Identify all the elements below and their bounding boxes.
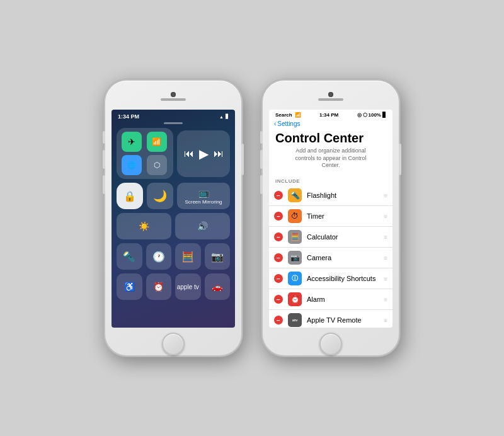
cellular-btn[interactable]: 📶: [147, 132, 167, 152]
remove-flashlight-btn[interactable]: −: [274, 191, 283, 200]
play-pause-btn[interactable]: ▶: [199, 146, 209, 161]
drag-handle-calculator[interactable]: ≡: [384, 234, 387, 241]
cc-row-bottom: ♿ ⏰ apple tv 🚗: [117, 273, 230, 300]
drag-handle-apple-tv[interactable]: ≡: [384, 317, 387, 324]
prev-track-btn[interactable]: ⏮: [184, 148, 194, 159]
timer-label: Timer: [307, 212, 379, 220]
calculator-icon: 🧮: [181, 251, 194, 263]
cc-volume-slider[interactable]: 🔊: [175, 213, 230, 239]
wifi-btn[interactable]: 🌐: [122, 155, 142, 175]
left-phone-screen: 1:34 PM ▲ ▊ ✈: [112, 110, 235, 328]
right-front-camera: [328, 92, 333, 97]
drag-handle-alarm[interactable]: ≡: [384, 296, 387, 303]
back-label: Settings: [277, 120, 300, 127]
cc-camera-btn[interactable]: 📷: [205, 243, 231, 270]
right-power-button[interactable]: [399, 144, 401, 175]
cc-apple-tv-btn[interactable]: apple tv: [175, 273, 201, 300]
right-earpiece-speaker: [318, 98, 343, 101]
remove-apple-tv-btn[interactable]: −: [274, 316, 283, 324]
right-phone: Search 📶 1:34 PM ◎ ⬡ 100% ▊ ‹ Set: [261, 79, 400, 357]
front-camera: [171, 92, 176, 97]
drag-handle-accessibility[interactable]: ≡: [384, 275, 387, 282]
lock-rotation-icon: 🔒: [123, 190, 136, 202]
alarm-icon: ⏰: [153, 282, 164, 292]
cc-alarm-btn[interactable]: ⏰: [146, 273, 172, 300]
control-center-screen: 1:34 PM ▲ ▊ ✈: [112, 110, 235, 328]
cc-time: 1:34 PM: [118, 113, 139, 120]
section-header-include: INCLUDE: [269, 176, 392, 185]
apple-tv-label: Apple TV Remote: [307, 316, 379, 324]
next-track-btn[interactable]: ⏭: [214, 148, 224, 159]
power-button[interactable]: [241, 144, 244, 175]
remove-accessibility-btn[interactable]: −: [274, 274, 283, 283]
settings-screen: Search 📶 1:34 PM ◎ ⬡ 100% ▊ ‹ Set: [269, 110, 392, 328]
status-battery-label: 100%: [369, 112, 381, 118]
wifi-icon: 🌐: [127, 161, 136, 169]
list-item: − ⓘ Accessibility Shortcuts ≡: [269, 268, 392, 289]
remove-calculator-btn[interactable]: −: [274, 232, 283, 241]
list-item: − 🧮 Calculator ≡: [269, 227, 392, 248]
cc-flashlight-btn[interactable]: 🔦: [117, 243, 142, 270]
volume-down-button[interactable]: [103, 175, 105, 194]
cc-row-2: 🔒 🌙 📺 Screen Mirroring: [117, 183, 230, 209]
left-home-button[interactable]: [162, 333, 185, 355]
right-mute-button[interactable]: [260, 131, 263, 144]
status-left: Search 📶: [275, 112, 301, 118]
cc-calculator-btn[interactable]: 🧮: [175, 243, 201, 270]
accessibility-icon: ♿: [124, 282, 135, 292]
search-label: Search: [275, 112, 292, 118]
cc-timer-btn[interactable]: 🕐: [146, 243, 172, 270]
cc-screen-mirror-btn[interactable]: 📺 Screen Mirroring: [177, 183, 230, 209]
page-title: Control Center: [275, 131, 386, 145]
cc-row-3: ☀️ 🔊: [117, 213, 230, 239]
cc-screen-lock-btn[interactable]: 🔒: [117, 183, 143, 209]
screen-mirror-icon: 📺: [198, 188, 209, 198]
status-wifi-icon: 📶: [295, 112, 301, 118]
cc-do-not-disturb-btn[interactable]: 🌙: [147, 183, 173, 209]
list-item: − 📷 Camera ≡: [269, 248, 392, 268]
settings-status-bar: Search 📶 1:34 PM ◎ ⬡ 100% ▊: [269, 110, 392, 119]
right-volume-down-button[interactable]: [260, 175, 263, 194]
list-item: − atv Apple TV Remote ≡: [269, 310, 392, 328]
alarm-label: Alarm: [307, 295, 379, 303]
status-bluetooth-icon: ⬡: [363, 112, 367, 118]
airplane-mode-btn[interactable]: ✈: [122, 132, 142, 152]
camera-icon: 📷: [288, 251, 302, 265]
car-icon: 🚗: [212, 282, 222, 292]
battery-icon: ▊: [226, 114, 229, 119]
settings-items-list: − 🔦 Flashlight ≡ − ⏱ Timer ≡ − 🧮 C: [269, 185, 392, 328]
brightness-icon: ☀️: [139, 221, 149, 231]
phones-container: 1:34 PM ▲ ▊ ✈: [104, 79, 400, 357]
right-volume-up-button[interactable]: [260, 150, 263, 169]
back-button[interactable]: ‹ Settings: [274, 120, 387, 127]
mute-button[interactable]: [103, 131, 105, 144]
accessibility-icon: ⓘ: [288, 272, 302, 285]
flashlight-label: Flashlight: [307, 192, 379, 199]
cc-drag-handle: [164, 122, 183, 124]
cc-driving-btn[interactable]: 🚗: [205, 273, 231, 300]
remove-alarm-btn[interactable]: −: [274, 295, 283, 304]
cc-brightness-slider[interactable]: ☀️: [117, 213, 171, 239]
drag-handle-camera[interactable]: ≡: [384, 255, 387, 261]
remove-timer-btn[interactable]: −: [274, 212, 283, 221]
apple-tv-icon: apple tv: [177, 284, 199, 290]
timer-icon: 🕐: [152, 251, 165, 263]
remove-camera-btn[interactable]: −: [274, 253, 283, 262]
volume-up-button[interactable]: [103, 150, 105, 169]
wifi-icon: ▲: [219, 115, 224, 119]
cc-row-1: ✈ 📶 🌐 ⬡: [117, 128, 230, 179]
cc-status-icons: ▲ ▊: [219, 114, 229, 119]
page-subtitle: Add and organize additional controls to …: [275, 145, 386, 172]
list-item: − 🔦 Flashlight ≡: [269, 185, 392, 206]
screen-mirror-label: Screen Mirroring: [185, 199, 222, 205]
camera-label: Camera: [307, 254, 379, 261]
right-home-button[interactable]: [319, 333, 342, 355]
status-location-icon: ◎: [357, 112, 362, 118]
settings-title-area: Control Center Add and organize addition…: [269, 130, 392, 176]
bluetooth-btn[interactable]: ⬡: [147, 155, 167, 175]
cc-accessibility-btn[interactable]: ♿: [117, 273, 142, 300]
drag-handle-timer[interactable]: ≡: [384, 213, 387, 220]
cc-media-tile: ⏮ ▶ ⏭: [177, 130, 230, 177]
cc-status-bar: 1:34 PM ▲ ▊: [112, 110, 235, 121]
drag-handle-flashlight[interactable]: ≡: [384, 192, 387, 199]
